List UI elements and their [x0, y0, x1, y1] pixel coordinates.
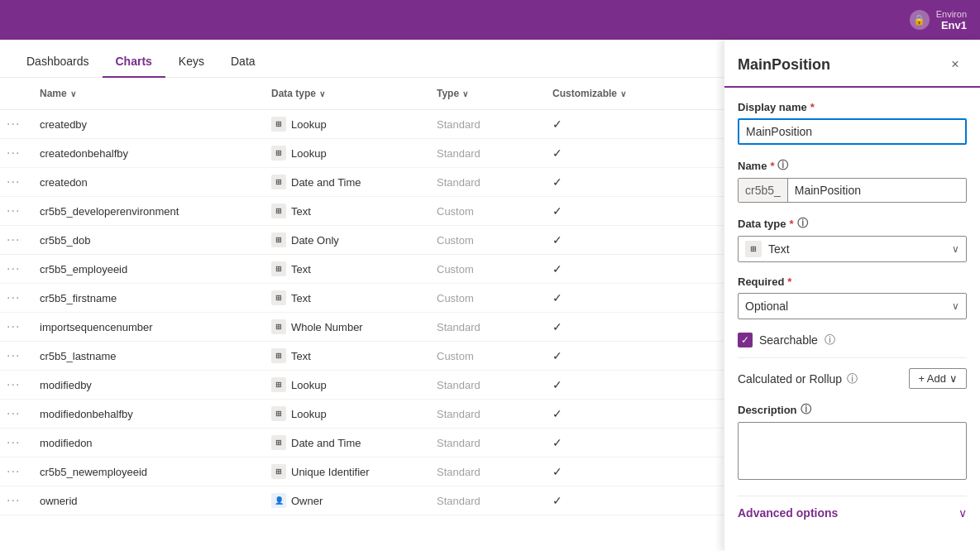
row-dtype-icon: ⊞ [271, 204, 286, 218]
row-dots[interactable]: ··· [0, 342, 33, 370]
row-dtype-icon: ⊞ [271, 261, 286, 276]
datatype-sort-icon: ∨ [319, 89, 325, 98]
row-type: Custom [430, 199, 546, 224]
row-type: Custom [430, 343, 546, 369]
row-name: cr5b5_dob [33, 228, 265, 253]
row-name: createdonbehalfby [33, 141, 265, 166]
row-dots[interactable]: ··· [0, 371, 33, 399]
calc-rollup-label: Calculated or Rollup ⓘ [738, 371, 858, 386]
col-name[interactable]: Name ∨ [33, 84, 265, 103]
data-type-info-icon[interactable]: ⓘ [797, 216, 808, 231]
row-datatype: ⊞ Text [265, 284, 430, 312]
customizable-sort-icon: ∨ [620, 89, 626, 98]
required-group: Required * Optional ∨ [738, 276, 967, 319]
data-type-value: Text [768, 242, 790, 256]
display-name-label: Display name * [738, 101, 967, 113]
env-name: Env1 [936, 19, 967, 31]
row-datatype: ⊞ Lookup [265, 110, 430, 138]
row-dots[interactable]: ··· [0, 110, 33, 138]
row-type: Standard [430, 170, 546, 195]
col-customizable[interactable]: Customizable ∨ [546, 84, 662, 103]
row-dots[interactable]: ··· [0, 139, 33, 167]
tab-data[interactable]: Data [218, 46, 269, 78]
env-icon: 🔒 [910, 10, 930, 30]
row-customizable: ✓ [546, 140, 662, 166]
row-datatype: ⊞ Lookup [265, 139, 430, 167]
row-dtype-icon: ⊞ [271, 319, 286, 334]
col-type[interactable]: Type ∨ [430, 84, 546, 103]
row-dots[interactable]: ··· [0, 458, 33, 486]
col-dots [0, 84, 33, 103]
row-dots[interactable]: ··· [0, 400, 33, 428]
tab-dashboards[interactable]: Dashboards [13, 46, 103, 78]
close-button[interactable]: × [944, 53, 967, 76]
row-customizable: ✓ [546, 400, 662, 427]
row-dots[interactable]: ··· [0, 429, 33, 457]
row-dtype-icon: 👤 [271, 493, 286, 508]
name-input-group: cr5b5_ MainPosition [738, 178, 967, 203]
row-type: Standard [430, 488, 546, 514]
searchable-label: Searchable [759, 333, 818, 347]
searchable-row: ✓ Searchable ⓘ [738, 333, 967, 347]
row-dots[interactable]: ··· [0, 197, 33, 225]
row-datatype: ⊞ Unique Identifier [265, 458, 430, 486]
data-type-dropdown[interactable]: ⊞ Text ∨ [738, 236, 967, 262]
row-name: modifiedonbehalfby [33, 401, 265, 427]
row-type: Custom [430, 285, 546, 311]
row-dots[interactable]: ··· [0, 313, 33, 341]
row-dots[interactable]: ··· [0, 168, 33, 196]
display-name-input[interactable] [738, 118, 967, 145]
row-name: cr5b5_developerenvironment [33, 199, 265, 224]
row-datatype: ⊞ Lookup [265, 400, 430, 428]
row-name: cr5b5_lastname [33, 343, 265, 369]
row-dots[interactable]: ··· [0, 486, 33, 515]
top-bar: 🔒 Environ Env1 [0, 0, 980, 40]
row-dtype-icon: ⊞ [271, 117, 286, 132]
row-datatype: ⊞ Whole Number [265, 313, 430, 341]
divider-1 [738, 357, 967, 358]
searchable-info-icon[interactable]: ⓘ [825, 333, 835, 347]
panel-body: Display name * Name * ⓘ cr5b5_ MainPosit… [724, 88, 980, 551]
row-dtype-icon: ⊞ [271, 348, 286, 363]
name-prefix: cr5b5_ [739, 179, 788, 202]
advanced-options-chevron-icon: ∨ [958, 506, 967, 520]
row-type: Custom [430, 228, 546, 253]
searchable-checkbox[interactable]: ✓ [738, 333, 753, 347]
calc-rollup-row: Calculated or Rollup ⓘ + Add ∨ [738, 368, 967, 389]
row-name: modifiedby [33, 372, 265, 398]
tab-charts[interactable]: Charts [103, 46, 165, 78]
row-dots[interactable]: ··· [0, 226, 33, 254]
row-name: createdon [33, 170, 265, 195]
row-customizable: ✓ [546, 111, 662, 137]
add-chevron-icon: ∨ [949, 372, 958, 385]
row-datatype: ⊞ Date Only [265, 226, 430, 254]
row-type: Standard [430, 314, 546, 340]
description-label: Description ⓘ [738, 402, 967, 417]
row-dots[interactable]: ··· [0, 255, 33, 283]
row-type: Standard [430, 141, 546, 166]
tab-keys[interactable]: Keys [165, 46, 218, 78]
calc-rollup-info-icon[interactable]: ⓘ [847, 371, 858, 386]
description-textarea[interactable] [738, 422, 967, 480]
row-dots[interactable]: ··· [0, 284, 33, 312]
row-customizable: ✓ [546, 429, 662, 456]
row-dtype-icon: ⊞ [271, 232, 286, 247]
row-dtype-icon: ⊞ [271, 435, 286, 450]
row-datatype: ⊞ Text [265, 197, 430, 225]
name-value: MainPosition [788, 179, 966, 202]
row-datatype: ⊞ Text [265, 342, 430, 370]
row-type: Standard [430, 372, 546, 398]
row-customizable: ✓ [546, 169, 662, 195]
data-type-label: Data type * ⓘ [738, 216, 967, 231]
row-dtype-icon: ⊞ [271, 290, 286, 305]
advanced-options-row[interactable]: Advanced options ∨ [738, 496, 967, 529]
description-info-icon[interactable]: ⓘ [801, 402, 811, 417]
row-type: Standard [430, 401, 546, 427]
row-customizable: ✓ [546, 285, 662, 311]
col-datatype[interactable]: Data type ∨ [265, 84, 430, 103]
name-info-icon[interactable]: ⓘ [777, 158, 788, 173]
right-panel: MainPosition × Display name * Name * ⓘ [724, 40, 980, 551]
add-button[interactable]: + Add ∨ [909, 368, 967, 389]
row-dtype-icon: ⊞ [271, 464, 286, 479]
required-dropdown[interactable]: Optional ∨ [738, 293, 967, 319]
